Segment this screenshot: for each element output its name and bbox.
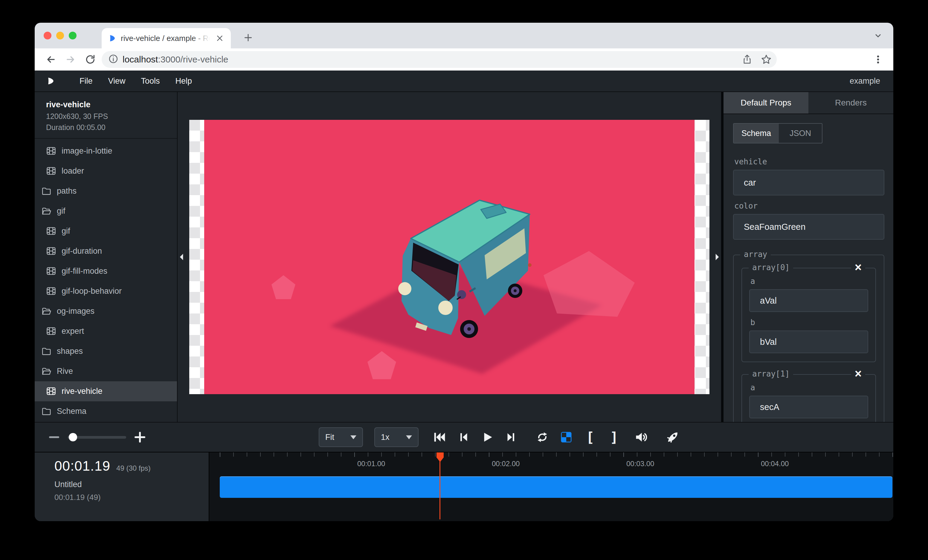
timeline-track-area[interactable]: 00:01.0000:02.0000:03.0000:04.00 <box>209 452 893 521</box>
remotion-studio: File View Tools Help example rive-vehicl… <box>35 70 893 521</box>
sidebar-item-image-in-lottie[interactable]: image-in-lottie <box>35 141 177 161</box>
collapse-panel-icon[interactable] <box>714 252 720 262</box>
volume-icon[interactable] <box>634 431 647 444</box>
close-window-button[interactable] <box>44 32 52 40</box>
back-icon[interactable] <box>43 51 59 68</box>
menu-tools[interactable]: Tools <box>133 76 168 86</box>
browser-menu-icon[interactable] <box>871 52 885 67</box>
url-field[interactable]: localhost:3000/rive-vehicle <box>102 51 777 68</box>
speed-select[interactable]: 1x <box>374 427 418 447</box>
sidebar-item-loader[interactable]: loader <box>35 161 177 181</box>
timeline-sequence-bar[interactable] <box>220 476 893 498</box>
sidebar-item-gif-loop-behavior[interactable]: gif-loop-behavior <box>35 281 177 301</box>
bookmark-star-icon[interactable] <box>759 52 774 67</box>
array-item-1: array[1] × a secA b <box>742 374 876 422</box>
decor-pentagon-left <box>272 275 295 299</box>
previous-frame-icon[interactable] <box>457 431 470 444</box>
menu-file[interactable]: File <box>72 76 101 86</box>
skip-to-start-icon[interactable] <box>433 431 446 444</box>
chevron-down-icon <box>350 435 356 439</box>
ruler-tick <box>704 452 705 457</box>
field-a-label: a <box>750 383 868 392</box>
sidebar-item-gif[interactable]: gif <box>35 221 177 241</box>
ruler-tick <box>489 452 489 457</box>
remotion-favicon-icon <box>108 34 116 43</box>
array-item-0-label: array[0] <box>749 263 793 272</box>
minimize-window-button[interactable] <box>56 32 64 40</box>
ruler-tick <box>381 452 382 457</box>
tab-search-chevron-icon[interactable] <box>873 30 883 42</box>
composition-label: gif <box>57 207 66 216</box>
sidebar-item-gif[interactable]: gif <box>35 201 177 221</box>
composition-label: gif-duration <box>62 247 102 256</box>
ruler-tick <box>395 452 395 457</box>
ruler-tick <box>543 452 543 457</box>
track-name[interactable]: Untitled <box>54 480 209 489</box>
props-panel-body: Schema JSON vehicle car color SeaFoamGre… <box>723 114 893 422</box>
site-info-icon[interactable] <box>108 54 118 65</box>
composition-dimensions: 1200x630, 30 FPS <box>46 111 171 122</box>
sidebar-item-Rive[interactable]: Rive <box>35 361 177 381</box>
remove-array-item-1-icon[interactable]: × <box>851 368 865 379</box>
sidebar-item-Schema[interactable]: Schema <box>35 401 177 422</box>
forward-icon[interactable] <box>62 51 79 68</box>
share-icon[interactable] <box>740 52 755 67</box>
sidebar-item-expert[interactable]: expert <box>35 321 177 341</box>
ruler-tick <box>301 452 301 457</box>
zoom-slider[interactable] <box>67 436 126 439</box>
composition-label: gif <box>62 227 70 236</box>
browser-tab[interactable]: rive-vehicle / example - Remot <box>102 28 231 49</box>
sidebar-item-og-images[interactable]: og-images <box>35 301 177 321</box>
menu-help[interactable]: Help <box>168 76 200 86</box>
sidebar-item-rive-vehicle[interactable]: rive-vehicle <box>35 381 177 401</box>
ruler-tick <box>341 452 342 457</box>
in-point-icon[interactable]: [ <box>584 431 597 444</box>
sidebar-item-shapes[interactable]: shapes <box>35 341 177 361</box>
vehicle-input[interactable]: car <box>733 170 884 195</box>
transparency-checkerboard-icon[interactable] <box>560 431 573 444</box>
tab-close-icon[interactable] <box>215 33 225 43</box>
play-icon[interactable] <box>481 431 494 444</box>
menu-view[interactable]: View <box>101 76 133 86</box>
ruler-tick <box>879 452 879 457</box>
rocket-icon[interactable] <box>666 431 679 444</box>
array-0-b-input[interactable]: bVal <box>749 330 868 353</box>
sidebar-item-paths[interactable]: paths <box>35 181 177 201</box>
ruler-tick <box>812 452 812 457</box>
zoom-in-icon[interactable] <box>134 432 145 443</box>
array-0-a-input[interactable]: aVal <box>749 289 868 312</box>
mode-schema[interactable]: Schema <box>734 124 779 143</box>
ruler-tick <box>839 452 839 457</box>
folder-icon <box>41 346 52 356</box>
loop-icon[interactable] <box>536 431 549 444</box>
playhead-handle[interactable] <box>437 452 444 462</box>
size-select[interactable]: Fit <box>319 427 363 447</box>
playhead-line[interactable] <box>440 452 440 519</box>
mode-json[interactable]: JSON <box>779 124 822 143</box>
maximize-window-button[interactable] <box>69 32 76 40</box>
remotion-logo-icon[interactable] <box>46 76 55 86</box>
sidebar-item-gif-duration[interactable]: gif-duration <box>35 241 177 261</box>
remove-array-item-0-icon[interactable]: × <box>851 261 865 273</box>
array-1-a-input[interactable]: secA <box>749 396 868 418</box>
color-input[interactable]: SeaFoamGreen <box>733 214 884 240</box>
zoom-slider-knob[interactable] <box>69 433 77 441</box>
collapse-sidebar-icon[interactable] <box>178 252 185 262</box>
sidebar-item-gif-fill-modes[interactable]: gif-fill-modes <box>35 261 177 281</box>
out-point-icon[interactable]: ] <box>607 431 621 444</box>
ruler-tick <box>556 452 557 457</box>
ruler-tick <box>798 452 799 457</box>
tab-renders[interactable]: Renders <box>808 92 893 114</box>
composition-label: loader <box>62 166 84 176</box>
next-frame-icon[interactable] <box>505 431 518 444</box>
ruler-label: 00:01.00 <box>357 460 385 468</box>
new-tab-button[interactable] <box>241 31 255 44</box>
reload-icon[interactable] <box>82 51 99 68</box>
project-name-label: example <box>850 76 880 86</box>
zoom-out-icon[interactable] <box>49 436 59 438</box>
composition-label: expert <box>62 327 84 336</box>
ruler-tick <box>771 452 772 457</box>
schema-json-toggle: Schema JSON <box>733 123 823 143</box>
tab-default-props[interactable]: Default Props <box>723 92 808 114</box>
folder-open-icon <box>41 366 52 376</box>
